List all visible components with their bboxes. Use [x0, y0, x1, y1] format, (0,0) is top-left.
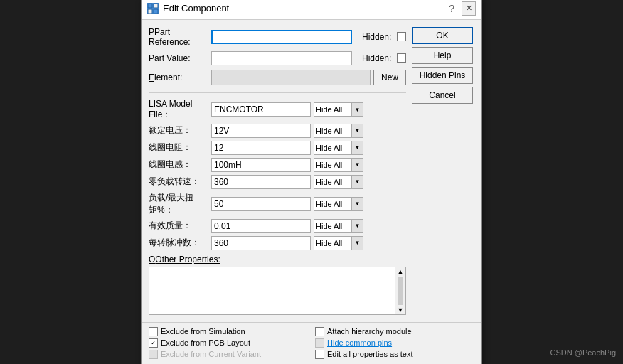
prop-input-1[interactable] [211, 124, 311, 138]
attach-hierarchy-item: Attach hierarchy module [315, 327, 474, 336]
exclude-variant-checkbox[interactable] [149, 350, 158, 359]
prop-input-5[interactable] [211, 197, 311, 211]
new-button[interactable]: New [373, 70, 406, 85]
dialog-body: PPart Reference: Hidden: Part Value: Hid… [142, 20, 481, 322]
hide-common-pins-label: Hide common pins [327, 338, 392, 347]
hidden-label-2: Hidden: [362, 53, 394, 63]
hide-common-pins-item: Hide common pins [315, 338, 474, 348]
element-label: Element: [149, 73, 211, 82]
exclude-pcb-item: ✓ Exclude from PCB Layout [149, 338, 308, 348]
hidden-pins-button[interactable]: Hidden Pins [412, 67, 473, 84]
part-reference-input[interactable] [211, 30, 352, 44]
exclude-variant-label: Exclude from Current Variant [161, 350, 261, 358]
hide-select-3[interactable]: Hide All [314, 158, 352, 172]
hide-select-0[interactable]: Hide All [314, 102, 352, 117]
help-question-icon[interactable]: ? [449, 3, 454, 14]
close-button[interactable]: ✕ [462, 1, 476, 16]
part-val-hidden-checkbox[interactable] [397, 53, 406, 63]
exclude-pcb-checkbox[interactable]: ✓ [149, 338, 158, 348]
part-value-row: Part Value: Hidden: [149, 51, 406, 65]
scroll-up-arrow[interactable]: ▲ [398, 268, 404, 275]
element-dropdown[interactable] [211, 70, 371, 85]
hide-dropdown-arrow-4[interactable]: ▼ [352, 175, 363, 189]
prop-label-0: LISA Model File： [149, 99, 211, 121]
hide-select-wrap-3: Hide All▼ [314, 158, 363, 172]
hide-select-6[interactable]: Hide All [314, 219, 352, 233]
hide-select-wrap-4: Hide All▼ [314, 175, 363, 189]
exclude-pcb-label: Exclude from PCB Layout [161, 338, 250, 347]
ok-button[interactable]: OK [412, 27, 473, 44]
hide-select-wrap-1: Hide All▼ [314, 124, 363, 138]
part-ref-hidden-row: Hidden: [358, 32, 406, 42]
prop-label-1: 额定电压： [149, 124, 211, 136]
prop-label-5: 负载/最大扭矩%： [149, 192, 211, 216]
watermark: CSDN @PeachPig [550, 348, 616, 357]
property-row-7: 每转脉冲数：Hide All▼ [149, 236, 406, 250]
property-row-6: 有效质量：Hide All▼ [149, 219, 406, 233]
prop-label-3: 线圈电感： [149, 159, 211, 171]
hide-select-wrap-6: Hide All▼ [314, 219, 363, 233]
hide-dropdown-arrow-6[interactable]: ▼ [352, 219, 363, 233]
prop-input-3[interactable] [211, 158, 311, 172]
checkbox-row-2: ✓ Exclude from PCB Layout Hide common pi… [149, 338, 474, 348]
hide-select-wrap-7: Hide All▼ [314, 236, 363, 250]
textarea-scrollbar[interactable]: ▲ ▼ [395, 267, 406, 315]
hide-dropdown-arrow-0[interactable]: ▼ [352, 102, 363, 117]
hide-select-2[interactable]: Hide All [314, 141, 352, 155]
title-bar: Edit Component ? ✕ [142, 0, 481, 20]
edit-properties-checkbox[interactable] [315, 350, 324, 359]
properties-list: LISA Model File：Hide All▼额定电压：Hide All▼线… [149, 99, 406, 250]
part-val-hidden-row: Hidden: [358, 53, 406, 63]
attach-hierarchy-label: Attach hierarchy module [327, 327, 412, 336]
part-reference-row: PPart Reference: Hidden: [149, 27, 406, 47]
prop-label-4: 零负载转速： [149, 176, 211, 188]
edit-component-dialog: Edit Component ? ✕ PPart Reference: Hidd… [141, 0, 482, 364]
other-properties-label: OOther Properties: [149, 255, 406, 264]
hide-dropdown-arrow-5[interactable]: ▼ [352, 197, 363, 211]
hide-select-5[interactable]: Hide All [314, 197, 352, 211]
part-value-input[interactable] [211, 51, 352, 65]
other-properties-textarea[interactable] [149, 267, 395, 315]
property-row-0: LISA Model File：Hide All▼ [149, 99, 406, 121]
property-row-1: 额定电压：Hide All▼ [149, 124, 406, 138]
hide-select-4[interactable]: Hide All [314, 175, 352, 189]
exclude-simulation-checkbox[interactable] [149, 327, 158, 336]
other-properties-section: OOther Properties: ▲ ▼ [149, 255, 406, 315]
hide-select-wrap-0: Hide All▼ [314, 102, 363, 117]
attach-hierarchy-checkbox[interactable] [315, 327, 324, 336]
hide-dropdown-arrow-1[interactable]: ▼ [352, 124, 363, 138]
help-button[interactable]: Help [412, 47, 473, 64]
property-row-5: 负载/最大扭矩%：Hide All▼ [149, 192, 406, 216]
hide-dropdown-arrow-7[interactable]: ▼ [352, 236, 363, 250]
element-row: Element: New [149, 70, 406, 85]
part-ref-hidden-checkbox[interactable] [397, 32, 406, 41]
cancel-button[interactable]: Cancel [412, 87, 473, 104]
hide-select-1[interactable]: Hide All [314, 124, 352, 138]
dialog-icon [147, 3, 159, 14]
left-panel: PPart Reference: Hidden: Part Value: Hid… [149, 27, 406, 315]
prop-input-7[interactable] [211, 236, 311, 250]
dialog-title: Edit Component [163, 3, 444, 14]
scroll-thumb [398, 277, 403, 305]
edit-properties-item: Edit all properties as text [315, 350, 474, 359]
prop-label-7: 每转脉冲数： [149, 237, 211, 249]
prop-input-6[interactable] [211, 219, 311, 233]
checkbox-row-3: Exclude from Current Variant Edit all pr… [149, 350, 474, 359]
hide-dropdown-arrow-2[interactable]: ▼ [352, 141, 363, 155]
hide-common-pins-checkbox[interactable] [315, 338, 324, 348]
property-row-4: 零负载转速：Hide All▼ [149, 175, 406, 189]
hide-dropdown-arrow-3[interactable]: ▼ [352, 158, 363, 172]
hide-select-wrap-2: Hide All▼ [314, 141, 363, 155]
svg-rect-3 [154, 9, 158, 14]
exclude-simulation-item: Exclude from Simulation [149, 327, 308, 336]
scroll-down-arrow[interactable]: ▼ [398, 306, 404, 314]
prop-label-6: 有效质量： [149, 220, 211, 232]
prop-input-2[interactable] [211, 141, 311, 155]
hidden-label-1: Hidden: [362, 32, 394, 42]
property-row-2: 线圈电阻：Hide All▼ [149, 141, 406, 155]
hide-select-7[interactable]: Hide All [314, 236, 352, 250]
prop-input-4[interactable] [211, 175, 311, 189]
prop-input-0[interactable] [211, 102, 311, 117]
right-panel: OK Help Hidden Pins Cancel [412, 27, 474, 315]
checkbox-row-1: Exclude from Simulation Attach hierarchy… [149, 327, 474, 336]
